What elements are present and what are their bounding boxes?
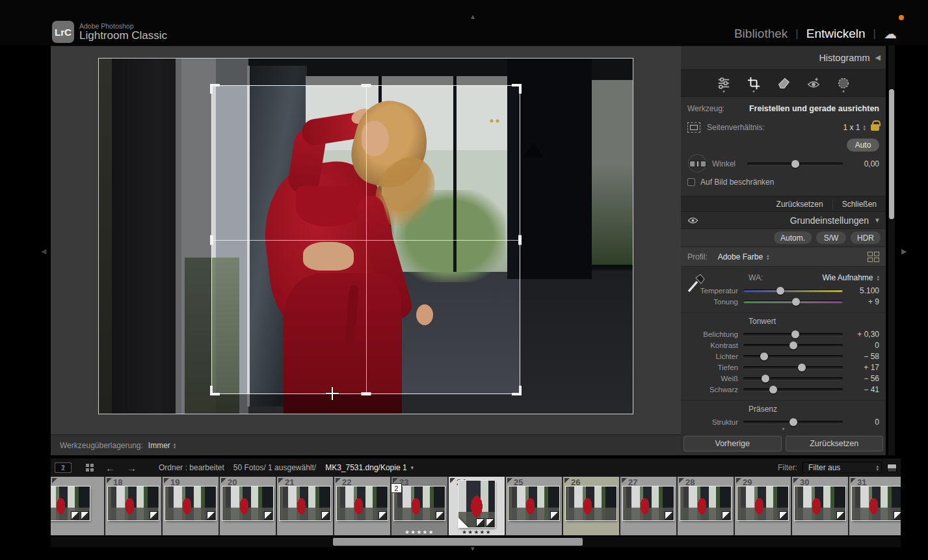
thumbnail-badges[interactable] <box>321 511 330 520</box>
photo-thumbnail[interactable] <box>458 481 495 527</box>
filmstrip-cell[interactable]: 25 <box>506 477 563 535</box>
breadcrumb-menu-icon[interactable]: ▾ <box>411 464 414 471</box>
flag-marker-icon[interactable] <box>393 478 398 483</box>
photo-thumbnail[interactable] <box>222 487 273 520</box>
cloud-sync-icon[interactable]: ☁ <box>884 26 897 42</box>
flag-marker-icon[interactable] <box>164 478 169 483</box>
thumbnail-badges[interactable] <box>378 511 387 520</box>
photo-thumbnail[interactable] <box>737 487 788 520</box>
slider-track[interactable] <box>743 344 843 347</box>
star-rating[interactable]: ★★★★★ <box>404 529 434 535</box>
level-tool-icon[interactable] <box>687 155 708 172</box>
basic-panel-open-icon[interactable]: ▼ <box>874 217 881 224</box>
filmstrip-cell[interactable]: 28 <box>678 477 735 535</box>
nav-entwickeln[interactable]: Entwickeln <box>806 27 866 41</box>
flag-marker-icon[interactable] <box>278 478 284 483</box>
second-window-button[interactable]: 2 <box>55 462 72 473</box>
thumbnail-badges[interactable] <box>476 518 494 527</box>
bottom-panel-collapse-icon[interactable]: ▾ <box>471 544 475 553</box>
slider-track[interactable] <box>743 388 843 391</box>
slider-track[interactable] <box>743 333 843 336</box>
slider-knob[interactable] <box>791 330 799 338</box>
flag-marker-icon[interactable] <box>221 478 226 483</box>
tool-overlay-stepper-icon[interactable]: ▴▾ <box>174 442 176 449</box>
thumbnail-badges[interactable] <box>150 511 158 520</box>
filmstrip-cell[interactable]: 21 <box>277 477 334 535</box>
slider-track[interactable] <box>743 289 843 292</box>
wb-stepper-icon[interactable]: ▴▾ <box>877 274 879 281</box>
crop-bounding-box[interactable] <box>211 85 520 394</box>
adjust-sliders-tool-icon[interactable] <box>716 75 732 92</box>
photo-thumbnail[interactable] <box>165 487 216 520</box>
panel-reset-button[interactable]: Zurücksetzen <box>786 436 884 451</box>
panel-scroll-indicator-icon[interactable]: ▾ <box>681 427 886 431</box>
flag-marker-icon[interactable] <box>679 478 684 483</box>
crop-close-button[interactable]: Schließen <box>832 200 886 209</box>
crop-handle-top-left[interactable] <box>210 84 220 94</box>
angle-value[interactable]: 0,00 <box>848 159 879 168</box>
thumbnail-badges[interactable] <box>894 511 901 520</box>
photo-thumbnail[interactable] <box>623 487 674 520</box>
top-panel-collapse-icon[interactable]: ▴ <box>471 12 475 21</box>
flag-marker-icon[interactable] <box>851 478 856 483</box>
photo-thumbnail[interactable] <box>108 487 159 520</box>
previous-button[interactable]: Vorherige <box>683 436 782 451</box>
histogram-collapse-icon[interactable]: ◀ <box>875 53 881 62</box>
slider-knob[interactable] <box>760 353 768 360</box>
flag-marker-icon[interactable] <box>564 478 570 483</box>
panel-scrollbar-thumb[interactable] <box>889 89 894 219</box>
slider-knob[interactable] <box>762 375 769 382</box>
photo-thumbnail[interactable] <box>795 487 845 520</box>
filmstrip-cell[interactable]: 23 2 ★★★★★ <box>391 477 449 535</box>
slider-value[interactable]: + 0,30 <box>848 330 879 339</box>
basic-panel-header[interactable]: Grundeinstellungen ▼ <box>681 212 886 229</box>
thumbnail-badges[interactable] <box>264 511 272 520</box>
crop-handle-right[interactable] <box>518 235 522 245</box>
thumbnail-badges[interactable] <box>550 511 559 520</box>
slider-knob[interactable] <box>798 364 806 371</box>
slider-knob[interactable] <box>789 418 797 426</box>
aspect-value[interactable]: 1 x 1 <box>843 123 860 132</box>
photo-thumbnail[interactable] <box>680 487 731 520</box>
slider-value[interactable]: + 17 <box>848 363 879 372</box>
flag-marker-icon[interactable] <box>336 478 341 483</box>
slider-knob[interactable] <box>776 287 784 295</box>
thumbnail-badges[interactable] <box>722 511 730 520</box>
next-image-icon[interactable]: → <box>127 462 137 473</box>
photo-thumbnail[interactable] <box>51 487 90 520</box>
slider-knob[interactable] <box>769 386 777 393</box>
filmstrip-cell[interactable]: 18 <box>105 477 163 535</box>
slider-value[interactable]: − 56 <box>848 374 879 383</box>
wb-value[interactable]: Wie Aufnahme <box>822 273 873 282</box>
right-panel-collapse-icon[interactable]: ▶ <box>901 247 907 256</box>
filmstrip-cell[interactable]: 26 <box>563 477 620 535</box>
slider-value[interactable]: − 58 <box>848 352 879 361</box>
slider-knob[interactable] <box>792 298 800 306</box>
slider-knob[interactable] <box>789 341 797 349</box>
thumbnail-badges[interactable] <box>836 511 845 520</box>
profile-browser-icon[interactable] <box>868 252 879 262</box>
crop-handle-bottom-left[interactable] <box>210 386 220 395</box>
crop-handle-top[interactable] <box>361 84 371 87</box>
filmstrip-cell[interactable]: 22 <box>334 477 391 535</box>
stack-count-badge[interactable]: 2 <box>391 483 402 493</box>
photo-thumbnail[interactable] <box>337 487 388 520</box>
hdr-button[interactable]: HDR <box>851 232 881 244</box>
slider-value[interactable]: + 9 <box>848 297 879 306</box>
star-rating[interactable]: ★★★★★ <box>462 529 492 535</box>
left-panel-expand-icon[interactable]: ◀ <box>41 247 46 256</box>
angle-slider-knob[interactable] <box>791 160 799 168</box>
heal-tool-icon[interactable] <box>776 75 791 92</box>
nav-bibliothek[interactable]: Bibliothek <box>734 27 788 41</box>
photo-thumbnail[interactable] <box>852 487 901 520</box>
auto-straighten-button[interactable]: Auto <box>847 139 879 152</box>
constrain-checkbox[interactable] <box>687 178 695 186</box>
photo-thumbnail[interactable] <box>509 487 559 520</box>
slider-track[interactable] <box>743 300 843 303</box>
profile-stepper-icon[interactable]: ▴▾ <box>767 254 769 260</box>
thumbnail-badges[interactable] <box>71 511 89 520</box>
filmstrip-cell[interactable]: 24 ★★★★★ <box>449 477 506 535</box>
panel-visibility-eye-icon[interactable] <box>687 217 698 224</box>
slider-value[interactable]: 0 <box>848 418 879 427</box>
thumbnail-badges[interactable] <box>779 511 788 520</box>
